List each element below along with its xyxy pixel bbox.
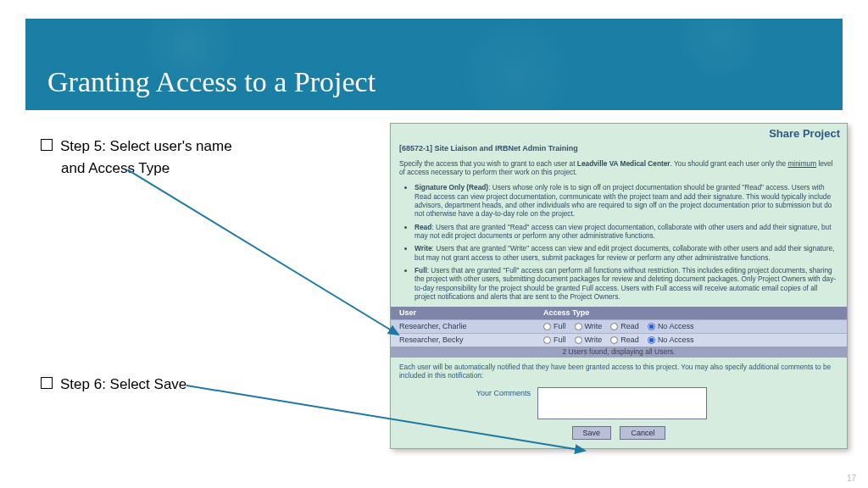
- access-option[interactable]: Write: [575, 336, 603, 345]
- title-banner: Granting Access to a Project: [25, 19, 843, 110]
- access-option[interactable]: Read: [610, 322, 639, 331]
- access-radio[interactable]: [543, 336, 551, 344]
- table-row: Researcher, CharlieFullWriteReadNo Acces…: [391, 319, 847, 333]
- comments-input[interactable]: [537, 387, 707, 419]
- roles-list: Signature Only (Read): Users whose only …: [415, 183, 838, 301]
- user-name: Researcher, Becky: [399, 336, 543, 345]
- page-title: Granting Access to a Project: [47, 66, 376, 98]
- save-button[interactable]: Save: [572, 426, 612, 440]
- project-title: [68572-1] Site Liaison and IRBNet Admin …: [391, 142, 847, 158]
- bullet-square-icon: [41, 139, 53, 151]
- col-user: User: [399, 308, 543, 318]
- table-header: User Access Type: [391, 307, 847, 319]
- access-option[interactable]: Read: [610, 336, 639, 345]
- user-name: Researcher, Charlie: [399, 322, 543, 331]
- panel-heading: Share Project: [391, 124, 847, 142]
- button-row: Save Cancel: [391, 426, 847, 440]
- access-option[interactable]: Write: [575, 322, 603, 331]
- access-option[interactable]: No Access: [648, 322, 694, 331]
- slide-number: 17: [847, 474, 856, 483]
- table-row: Researcher, BeckyFullWriteReadNo Access: [391, 333, 847, 347]
- role-item: Signature Only (Read): Users whose only …: [415, 183, 838, 218]
- steps-list: Step 5: Select user's name and Access Ty…: [41, 136, 295, 396]
- access-option[interactable]: Full: [543, 322, 566, 331]
- step-5-cont: and Access Type: [61, 158, 295, 180]
- intro-text: Specify the access that you wish to gran…: [391, 159, 847, 180]
- role-item: Full: Users that are granted "Full" acce…: [415, 266, 838, 301]
- step-5: Step 5: Select user's name: [41, 136, 295, 158]
- access-option[interactable]: Full: [543, 336, 566, 345]
- cancel-button[interactable]: Cancel: [620, 426, 665, 440]
- access-radio[interactable]: [543, 323, 551, 330]
- notify-note: Each user will be automatically notified…: [391, 358, 847, 384]
- table-footer: 2 Users found, displaying all Users.: [391, 347, 847, 358]
- step-5-label: Step 5: Select user's name: [60, 136, 232, 158]
- comments-label: Your Comments: [399, 387, 531, 398]
- access-radio[interactable]: [575, 336, 582, 344]
- role-item: Write: Users that are granted "Write" ac…: [415, 244, 838, 262]
- access-radio[interactable]: [610, 323, 618, 330]
- access-radio[interactable]: [610, 336, 618, 344]
- comments-row: Your Comments: [391, 384, 847, 424]
- step-6: Step 6: Select Save: [41, 374, 295, 396]
- access-radio[interactable]: [648, 323, 655, 330]
- access-radio[interactable]: [575, 323, 582, 330]
- access-radio[interactable]: [648, 336, 655, 344]
- share-project-panel: Share Project [68572-1] Site Liaison and…: [390, 123, 848, 449]
- col-access: Access Type: [543, 308, 838, 318]
- step-5-sub: and Access Type: [61, 158, 170, 180]
- bullet-square-icon: [41, 377, 53, 389]
- step-6-label: Step 6: Select Save: [60, 374, 186, 396]
- role-item: Read: Users that are granted "Read" acce…: [415, 223, 838, 241]
- access-option[interactable]: No Access: [648, 336, 694, 345]
